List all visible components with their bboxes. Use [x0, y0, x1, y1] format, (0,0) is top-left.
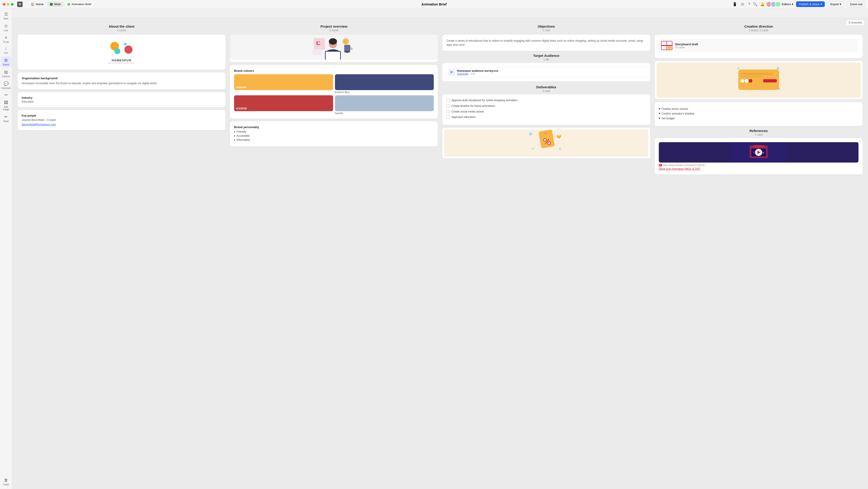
column-objectives-header: Objectives 1 card	[442, 24, 650, 32]
sidebar-item-column[interactable]: ▤ Column	[1, 68, 11, 79]
key-people-email[interactable]: jbloomfield@homespun.com	[22, 123, 221, 126]
sidebar-item-link[interactable]: ⊙ Link	[1, 22, 11, 33]
checkbox-3[interactable]	[446, 110, 450, 113]
column-project-overview-title: Project overview	[230, 24, 438, 28]
svg-rect-37	[668, 47, 671, 49]
close-button[interactable]	[3, 3, 5, 6]
org-background-text: Homespun Accessible How-Tos Exists to ed…	[22, 81, 221, 85]
sidebar-item-comment[interactable]: 💬 Comment	[1, 80, 11, 91]
swatches-grid: #F8B446 Kashmir Blue #C23D3D	[234, 74, 434, 115]
maximize-button[interactable]	[11, 3, 13, 6]
key-people-card: Key people Joanne Bloomfield – Creator j…	[18, 110, 225, 130]
shopping-svg	[524, 130, 569, 157]
file-size: 0 B	[471, 73, 475, 75]
references-header: References 1 card	[655, 129, 863, 136]
tab-animation-brief-label: Animation Brief	[71, 2, 91, 6]
bullet-item-1: Finalise seven scenes	[659, 107, 859, 111]
checkbox-2[interactable]	[446, 104, 450, 108]
sidebar-item-line[interactable]: / Line	[1, 46, 11, 55]
checkbox-4[interactable]	[446, 115, 450, 119]
publish-share-button[interactable]: Publish & share ▾	[796, 1, 825, 7]
bullet-3	[659, 117, 660, 119]
objectives-text: Create a series of educational how to vi…	[446, 39, 646, 47]
brand-colours-card: Brand colours #F8B446 Kashmir Blue	[230, 65, 438, 119]
svg-rect-17	[451, 72, 453, 73]
sidebar-item-trash[interactable]: 🗑 Trash	[1, 477, 11, 487]
column-about-client-title: About the client	[18, 24, 225, 28]
logo-circles	[108, 41, 135, 58]
sidebar-trash-label: Trash	[3, 483, 9, 486]
sidebar-item-board[interactable]: ⊞ Board	[1, 56, 11, 67]
svg-rect-50	[763, 79, 777, 82]
svg-rect-18	[451, 73, 452, 73]
tab-home[interactable]: 🏠 Home	[28, 2, 46, 7]
column-project-overview: Project overview 3 cards	[230, 24, 438, 177]
download-link[interactable]: Download	[457, 73, 468, 75]
sidebar-item-draw[interactable]: ✏ Draw	[1, 113, 11, 124]
swatch-orange: #F8B446	[234, 74, 333, 93]
storyboard-card[interactable]: Storyboard draft 15 cards	[655, 35, 863, 58]
search-icon[interactable]: 🔍	[753, 2, 757, 6]
column-project-overview-subtitle: 3 cards	[230, 29, 438, 32]
sidebar-item-todo[interactable]: ≡ To-do	[1, 34, 11, 45]
column-creative-direction-title: Creative direction	[655, 24, 863, 28]
hero-illustration: ✱	[230, 35, 438, 60]
storyboard-info: Storyboard draft 15 cards	[675, 42, 698, 49]
svg-point-7	[332, 55, 334, 57]
svg-rect-13	[350, 46, 351, 50]
minimize-button[interactable]	[7, 3, 9, 6]
target-audience-subtitle: 1 file	[442, 58, 650, 61]
checklist-item-4: Approach educators	[446, 115, 646, 119]
zoom-out-button[interactable]: Zoom out	[847, 1, 865, 7]
vis-content	[659, 65, 859, 95]
tab-animation-brief[interactable]: Animation Brief	[64, 1, 94, 7]
svg-rect-16	[451, 71, 453, 72]
tab-work[interactable]: Work	[47, 2, 64, 7]
reference-link[interactable]: Store Icon Animation [MOV & GIF]	[659, 167, 859, 170]
storyboard-thumbnail	[661, 41, 672, 50]
export-label: Export	[831, 2, 839, 6]
column-objectives-title: Objectives	[442, 24, 650, 28]
svg-rect-45	[741, 73, 773, 75]
swatch-orange-block: #F8B446	[234, 74, 333, 90]
bullet-text-2: Confirm animator's timeline	[661, 112, 694, 116]
swatch-spindle-block	[335, 95, 434, 111]
card-visualization	[655, 61, 863, 99]
svg-point-49	[749, 79, 752, 83]
personality-friendly-text: Friendly	[237, 130, 246, 133]
svg-point-9	[343, 38, 349, 45]
swatch-spindle: Spindle	[335, 95, 434, 115]
bullet-2	[659, 113, 660, 114]
youtube-thumbnail[interactable]: VIDE●	[659, 142, 859, 163]
key-people-label: Key people	[22, 114, 221, 117]
sidebar-item-add-image[interactable]: 🖼 Add image	[1, 99, 11, 112]
swatch-red: #C23D3D	[234, 95, 333, 115]
csv-icon-svg	[450, 70, 454, 74]
help-icon[interactable]: ?	[748, 2, 750, 6]
editors-dropdown[interactable]: Editors ▾	[782, 2, 794, 6]
titlebar-icons: 📱 21 ? 🔍 🔔	[733, 2, 765, 6]
tab-home-label: Home	[36, 2, 44, 6]
org-background-card: Organisation background Homespun Accessi…	[18, 73, 225, 89]
sidebar-item-note[interactable]: ☰ Note	[1, 10, 11, 21]
sidebar-item-more[interactable]: •••	[1, 92, 11, 98]
more-icon: •••	[4, 93, 8, 97]
export-button[interactable]: Export ▾	[828, 1, 844, 7]
notification-bell-icon[interactable]: 🔔	[760, 2, 765, 6]
checkbox-1[interactable]	[446, 99, 450, 102]
comment-icon: 💬	[4, 81, 9, 86]
references-card: VIDE● https://www.youtube.com/watch?v=2j…	[655, 138, 863, 175]
bullet-item-2: Confirm animator's timeline	[659, 112, 859, 116]
deliverables-header: Deliverables 1 card	[442, 85, 650, 93]
svg-rect-34	[667, 41, 672, 45]
bullet-text-3: Set budget	[661, 117, 675, 120]
swatch-spindle-name: Spindle	[335, 112, 434, 115]
column-creative-direction: Creative direction 1 board, 2 cards	[655, 24, 863, 177]
device-icon[interactable]: 📱	[733, 2, 737, 6]
hero-illustration-card: ✱	[230, 35, 438, 62]
checklist-text-2: Create timeline for future animations	[452, 104, 495, 108]
deliverables-card: Approve draft storyboard for online shop…	[442, 94, 650, 125]
sidebar-todo-label: To-do	[3, 41, 9, 43]
board: About the client 4 cards HOMESPUN ACCESS…	[18, 24, 863, 177]
storyboard-inner: Storyboard draft 15 cards	[659, 39, 859, 52]
